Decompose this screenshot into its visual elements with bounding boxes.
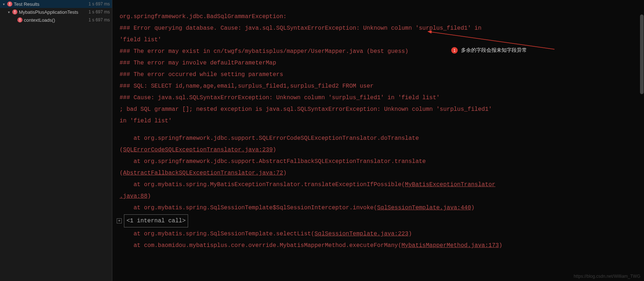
- watermark: https://blog.csdn.net/William_TWG: [574, 274, 640, 279]
- tree-root-test-results[interactable]: ▾ ! Test Results 1 s 697 ms: [0, 0, 112, 8]
- chevron-down-icon: ▾: [7, 10, 11, 14]
- tree-root-time: 1 s 697 ms: [88, 1, 112, 7]
- source-link[interactable]: SQLErrorCodeSQLExceptionTranslator.java:…: [123, 147, 273, 153]
- source-link[interactable]: MybatisMapperMethod.java:173: [402, 242, 499, 249]
- console-line: ### The error may exist in cn/twgfs/myba…: [120, 46, 640, 57]
- annotation-text: 多余的字段会报未知字段异常: [461, 47, 527, 54]
- tree-node-context-loads[interactable]: ! contextLoads() 1 s 697 ms: [0, 16, 112, 24]
- stack-line: at org.mybatis.spring.MyBatisExceptionTr…: [120, 179, 640, 190]
- error-icon: !: [7, 1, 12, 7]
- error-icon: !: [12, 9, 17, 14]
- console-line: ### Cause: java.sql.SQLSyntaxErrorExcept…: [120, 92, 640, 104]
- console-line: ### SQL: SELECT id,name,age,email,surplu…: [120, 80, 640, 92]
- console-line: org.springframework.jdbc.BadSqlGrammarEx…: [120, 11, 640, 22]
- stack-line: at org.mybatis.spring.SqlSessionTemplate…: [120, 202, 640, 214]
- console-line: ### The error may involve defaultParamet…: [120, 57, 640, 69]
- tree-node2-time: 1 s 697 ms: [88, 17, 112, 22]
- chevron-down-icon: ▾: [1, 2, 6, 6]
- tree-node2-label: contextLoads(): [24, 17, 88, 23]
- stack-line: (AbstractFallbackSQLExceptionTranslator.…: [120, 167, 640, 179]
- stack-line: at com.baomidou.mybatisplus.core.overrid…: [120, 240, 640, 251]
- console-panel: org.springframework.jdbc.BadSqlGrammarEx…: [112, 0, 644, 281]
- source-link[interactable]: SqlSessionTemplate.java:440: [377, 205, 471, 211]
- error-icon: !: [17, 17, 22, 22]
- expand-icon[interactable]: +: [117, 218, 122, 223]
- stack-line: .java:88): [120, 190, 640, 202]
- console-line: in 'field list': [120, 115, 640, 127]
- test-tree-panel: ▾ ! Test Results 1 s 697 ms ▾ ! MybatisP…: [0, 0, 112, 281]
- scrollbar-thumb[interactable]: [640, 14, 644, 94]
- source-link[interactable]: MyBatisExceptionTranslator: [405, 181, 495, 188]
- console-line: ### Error querying database. Cause: java…: [120, 22, 640, 34]
- tree-node1-label: MybatisPlusApplicationTests: [19, 9, 88, 15]
- console-line: ### The error occurred while setting par…: [120, 69, 640, 80]
- internal-call-label: <1 internal call>: [124, 214, 188, 227]
- console-line: ; bad SQL grammar []; nested exception i…: [120, 104, 640, 115]
- annotation-badge: 1: [451, 47, 458, 54]
- source-link[interactable]: SqlSessionTemplate.java:223: [315, 231, 408, 237]
- stack-line: at org.mybatis.spring.SqlSessionTemplate…: [120, 228, 640, 240]
- internal-call-fold[interactable]: + <1 internal call>: [117, 214, 640, 227]
- stack-line: at org.springframework.jdbc.support.SQLE…: [120, 133, 640, 144]
- console-line: 'field list': [120, 34, 640, 46]
- source-link[interactable]: AbstractFallbackSQLExceptionTranslator.j…: [123, 170, 283, 176]
- tree-node1-time: 1 s 697 ms: [88, 9, 112, 14]
- stack-line: at org.springframework.jdbc.support.Abst…: [120, 156, 640, 167]
- source-link[interactable]: .java:88: [120, 193, 148, 200]
- tree-root-label: Test Results: [14, 1, 88, 7]
- console-output[interactable]: org.springframework.jdbc.BadSqlGrammarEx…: [112, 0, 644, 255]
- tree-node-application-tests[interactable]: ▾ ! MybatisPlusApplicationTests 1 s 697 …: [0, 8, 112, 16]
- stack-line: (SQLErrorCodeSQLExceptionTranslator.java…: [120, 144, 640, 156]
